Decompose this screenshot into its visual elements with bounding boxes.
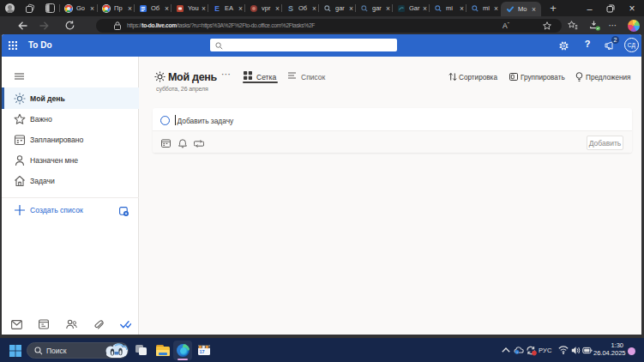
svg-text:i: i [516, 350, 517, 353]
